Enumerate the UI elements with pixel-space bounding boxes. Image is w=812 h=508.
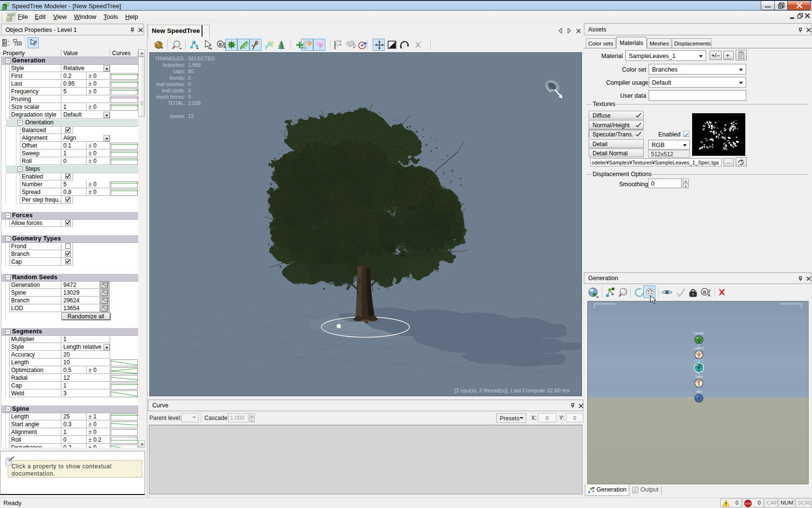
svg-text:B: B xyxy=(703,289,707,295)
svg-text:Level 1: Level 1 xyxy=(694,359,704,362)
svg-text:A: A xyxy=(708,293,711,298)
svg-text:Tree: Tree xyxy=(696,390,702,393)
svg-text:Trunk: Trunk xyxy=(695,375,703,378)
svg-text:A: A xyxy=(223,45,226,49)
svg-text:STOP: STOP xyxy=(745,503,751,505)
svg-text:Leaves: Leaves xyxy=(694,331,705,335)
svg-text:B: B xyxy=(219,42,222,47)
svg-text:Level 2: Level 2 xyxy=(694,346,704,350)
svg-text:?: ? xyxy=(34,39,37,45)
